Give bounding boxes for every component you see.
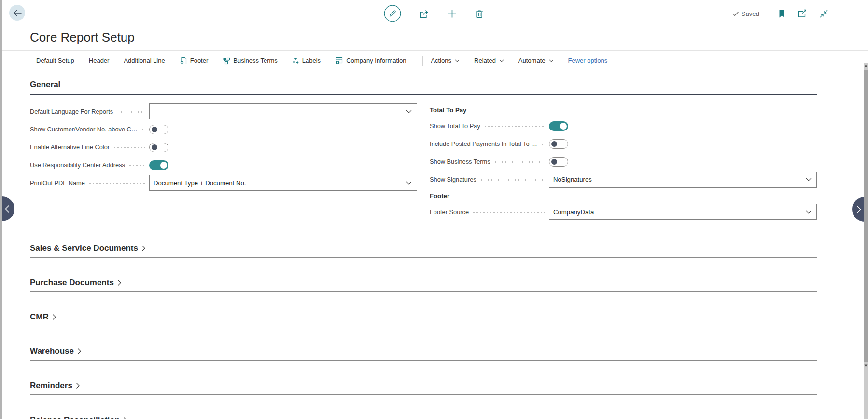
show-signatures-combobox[interactable]: NoSignatures [549,172,817,188]
top-bar: Saved [0,0,868,27]
scrollbar-thumb[interactable] [864,70,868,362]
tab-additional-line[interactable]: Additional Line [124,57,165,64]
chevron-right-icon [141,245,146,252]
group-heading-footer: Footer [430,188,817,203]
trash-icon [475,9,484,19]
dotted-leader [113,147,145,148]
section-header-warehouse[interactable]: Warehouse [30,346,817,361]
dotted-leader [494,161,545,163]
collapse-diagonal-icon [819,9,828,18]
page-title: Core Report Setup [30,30,868,45]
fewer-options-link[interactable]: Fewer options [568,57,608,64]
delete-button[interactable] [475,9,484,19]
chevron-right-icon [123,417,127,419]
window-controls: Saved [732,0,828,27]
open-in-window-icon [798,9,807,18]
dotted-leader [472,212,545,213]
field-row: Include Posted Payments In Total To Pay [430,135,817,153]
scroll-down-button[interactable] [864,364,868,368]
new-button[interactable] [448,9,457,18]
back-arrow-icon [13,10,22,16]
chevron-right-icon [76,382,80,389]
include-posted-payments-toggle[interactable] [549,139,568,149]
collapsed-sections: Sales & Service Documents Purchase Docum… [30,243,817,419]
field-label: Include Posted Payments In Total To Pay [430,140,537,147]
field-row: Show Signatures NoSignatures [430,171,817,188]
section-header-purchase-documents[interactable]: Purchase Documents [30,277,817,292]
dotted-leader [88,183,145,184]
menu-automate[interactable]: Automate [518,57,554,64]
open-in-window-button[interactable] [798,9,807,18]
section-header-cmr[interactable]: CMR [30,312,817,326]
scroll-up-button[interactable] [864,64,868,68]
back-button[interactable] [9,5,25,21]
edit-pencil-icon [384,5,401,22]
business-terms-icon [223,57,230,65]
field-row: Use Responsibility Center Address [30,156,417,174]
field-label: PrintOut PDF Name [30,179,85,187]
share-button[interactable] [419,9,430,19]
group-heading-total-to-pay: Total To Pay [430,102,817,117]
chevron-down-icon [499,59,504,62]
triangle-down-icon [864,364,868,367]
section-header-sales-service-documents[interactable]: Sales & Service Documents [30,243,817,258]
tab-company-information[interactable]: Company Information [335,57,406,65]
saved-label: Saved [742,10,759,17]
bookmark-icon [778,9,785,18]
bookmark-button[interactable] [778,9,785,18]
chevron-left-icon [5,205,10,213]
field-row: Show Business Terms [430,153,817,171]
checkmark-icon [732,11,739,16]
share-icon [419,9,430,19]
record-toolbar [384,0,484,27]
field-row: PrintOut PDF Name Document Type + Docume… [30,174,417,192]
chevron-right-icon [77,348,82,355]
field-label: Show Business Terms [430,158,490,165]
footer-doc-icon [180,57,187,65]
dotted-leader [128,165,145,166]
tab-business-terms[interactable]: Business Terms [223,57,278,65]
section-header-reminders[interactable]: Reminders [30,380,817,395]
combobox-value: Document Type + Document No. [154,179,246,187]
field-label: Enable Alternative Line Color [30,144,110,151]
use-responsibility-center-address-toggle[interactable] [149,160,168,170]
field-label: Footer Source [430,208,469,216]
tab-labels[interactable]: Labels [292,57,321,65]
collapse-width-button[interactable] [819,9,828,18]
tab-header[interactable]: Header [89,57,110,64]
default-language-for-reports-combobox[interactable] [149,103,417,119]
menu-actions[interactable]: Actions [431,57,460,64]
chevron-down-icon [406,181,412,185]
field-label: Show Total To Pay [430,122,480,130]
general-fields: Default Language For Reports Show Custom… [30,102,817,221]
edit-button[interactable] [384,5,401,22]
action-bar-separator [422,56,423,66]
chevron-down-icon [455,59,460,62]
section-header-general[interactable]: General [30,80,817,95]
dotted-leader [541,144,545,145]
section-header-balance-reconciliation[interactable]: Balance Reconciliation [30,415,817,419]
combobox-value: CompanyData [553,208,594,216]
window-edge-strip [0,0,2,419]
dotted-leader [116,111,145,113]
chevron-down-icon [406,110,412,113]
footer-source-combobox[interactable]: CompanyData [549,204,817,220]
chevron-right-icon [52,314,56,320]
enable-alternative-line-color-toggle[interactable] [149,143,168,152]
save-status: Saved [732,10,759,17]
show-total-to-pay-toggle[interactable] [549,121,568,131]
show-customer-vendor-no-toggle[interactable] [149,125,168,134]
show-business-terms-toggle[interactable] [549,157,568,167]
menu-related[interactable]: Related [474,57,504,64]
vertical-scrollbar[interactable] [864,63,868,419]
company-info-icon [335,57,343,65]
fields-column-left: Default Language For Reports Show Custom… [30,102,417,221]
triangle-up-icon [864,64,868,67]
labels-icon [292,57,299,65]
dotted-leader [141,129,145,130]
tab-footer[interactable]: Footer [180,57,209,65]
dotted-leader [480,179,545,181]
tab-default-setup[interactable]: Default Setup [36,57,74,64]
combobox-value: NoSignatures [553,176,592,183]
printout-pdf-name-combobox[interactable]: Document Type + Document No. [149,175,417,191]
